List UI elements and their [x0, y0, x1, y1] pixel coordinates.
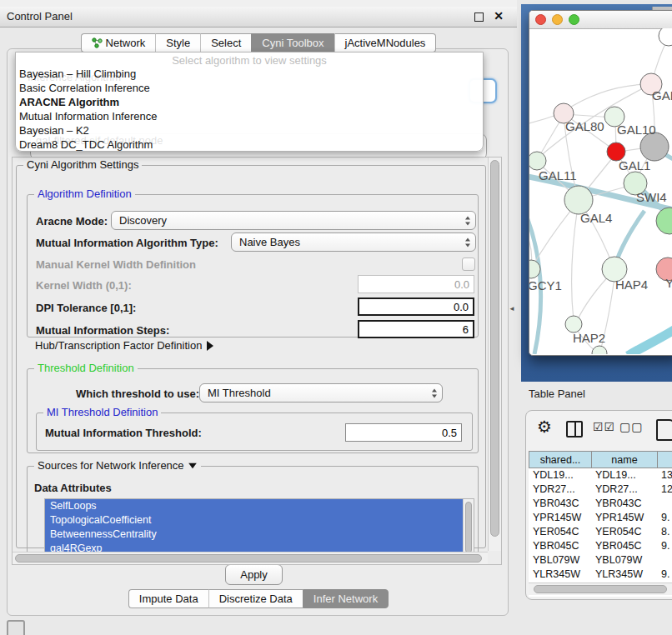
- column-header-shared[interactable]: shared...: [529, 451, 592, 468]
- node-gal11[interactable]: [529, 152, 546, 170]
- node-partial-top[interactable]: [659, 28, 672, 46]
- tab-style[interactable]: Style: [155, 33, 200, 52]
- table-cell[interactable]: YBL079W: [591, 553, 661, 568]
- dropdown-item-bayesian-hill-climbing[interactable]: Bayesian – Hill Climbing: [19, 67, 136, 81]
- aracne-mode-select[interactable]: Discovery: [111, 211, 476, 230]
- algorithm-dropdown-popup: Select algorithm to view settings Infere…: [15, 52, 484, 152]
- table-hscrollbar-thumb[interactable]: [534, 585, 667, 593]
- mi-threshold-field[interactable]: [345, 423, 462, 442]
- dropdown-item-bayesian-k2[interactable]: Bayesian – K2: [19, 123, 89, 138]
- list-item[interactable]: BetweennessCentrality: [45, 528, 474, 542]
- dpi-tolerance-field[interactable]: [358, 298, 474, 316]
- table-cell[interactable]: YPR145W: [591, 511, 661, 525]
- node-label: SWI4: [636, 190, 667, 204]
- table-cell[interactable]: 8.: [657, 525, 672, 539]
- dock-panel-icon[interactable]: [7, 620, 25, 635]
- mi-threshold-label: Mutual Information Threshold:: [45, 427, 202, 439]
- table-cell[interactable]: YER054C: [529, 525, 595, 539]
- list-scrollbar[interactable]: [463, 499, 474, 558]
- mi-steps-field[interactable]: [358, 320, 474, 338]
- table-cell[interactable]: YDR27...: [529, 482, 595, 497]
- tab-impute-data-label: Impute Data: [139, 590, 198, 608]
- close-icon[interactable]: ✕: [494, 9, 504, 22]
- float-window-icon[interactable]: [474, 12, 484, 22]
- table-cell[interactable]: [657, 553, 672, 568]
- sources-title: Sources for Network Inference: [34, 459, 201, 472]
- settings-vertical-scrollbar[interactable]: [488, 158, 501, 551]
- node-label: Y: [665, 276, 672, 290]
- minimize-traffic-icon[interactable]: [552, 14, 563, 25]
- apply-button[interactable]: Apply: [225, 564, 283, 585]
- node-bottom[interactable]: [592, 346, 607, 354]
- stepper-icon: [465, 238, 470, 247]
- which-threshold-select[interactable]: MI Threshold: [199, 383, 443, 402]
- tab-infer-network[interactable]: Infer Network: [303, 589, 389, 608]
- hub-definition-expander[interactable]: Hub/Transcription Factor Definition: [35, 339, 213, 352]
- list-scrollbar-thumb[interactable]: [465, 502, 472, 553]
- data-attributes-list[interactable]: SelfLoops TopologicalCoefficient Between…: [44, 498, 474, 558]
- close-traffic-icon[interactable]: [535, 14, 546, 25]
- network-graph-canvas[interactable]: GAL GAL80 GAL10 GAL1 GAL11 SWI4 GAL4 GCY…: [529, 28, 672, 354]
- table-cell[interactable]: YBR045C: [591, 539, 661, 553]
- table-body: YDL19... YDL19... 13 YDR27... YDR27... 1…: [529, 468, 672, 597]
- table-cell[interactable]: 9.: [657, 511, 672, 525]
- node-green-right[interactable]: [656, 208, 672, 234]
- tab-jactivemnodules[interactable]: jActiveMNodules: [334, 33, 437, 52]
- table-cell[interactable]: 9.: [657, 568, 672, 582]
- table-cell[interactable]: YBL079W: [529, 553, 595, 568]
- table-cell[interactable]: YLR345W: [529, 568, 595, 582]
- columns-icon[interactable]: [566, 421, 583, 438]
- kernel-width-field[interactable]: [358, 275, 474, 293]
- tab-cyni-toolbox[interactable]: Cyni Toolbox: [251, 33, 333, 52]
- list-item[interactable]: TopologicalCoefficient: [45, 513, 474, 528]
- list-item[interactable]: SelfLoops: [45, 499, 474, 513]
- settings-hscrollbar-thumb[interactable]: [15, 554, 482, 562]
- table-cell[interactable]: YDL19...: [529, 468, 595, 482]
- table-cell[interactable]: YBR043C: [591, 497, 661, 511]
- table-cell[interactable]: 12: [657, 482, 672, 497]
- application-window: Control Panel ✕ Network Style Select Cyn…: [0, 0, 672, 635]
- dropdown-item-basic-correlation[interactable]: Basic Correlation Inference: [19, 81, 150, 95]
- column-header-name[interactable]: name: [591, 451, 658, 468]
- table-cell[interactable]: YDR27...: [591, 482, 661, 497]
- dropdown-item-mutual-information[interactable]: Mutual Information Inference: [19, 109, 157, 123]
- zoom-traffic-icon[interactable]: [569, 14, 579, 25]
- tab-impute-data[interactable]: Impute Data: [128, 589, 208, 608]
- node-label: HAP4: [615, 278, 648, 292]
- node-gal4[interactable]: [564, 186, 593, 214]
- node-gray[interactable]: [640, 132, 669, 161]
- function-builder-icon[interactable]: [656, 419, 672, 441]
- table-cell[interactable]: [657, 497, 672, 511]
- node-hap2[interactable]: [565, 316, 582, 332]
- gear-icon[interactable]: ⚙: [537, 417, 552, 437]
- network-window-titlebar[interactable]: [529, 11, 672, 29]
- tab-network[interactable]: Network: [81, 33, 156, 52]
- table-cell[interactable]: YDL19...: [591, 468, 661, 482]
- dropdown-item-aracne[interactable]: ARACNE Algorithm: [19, 95, 119, 109]
- threshold-definition-group: Threshold Definition Which threshold to …: [27, 368, 479, 453]
- table-cell[interactable]: YBR043C: [529, 497, 595, 511]
- algorithm-definition-title: Algorithm Definition: [34, 188, 135, 200]
- table-cell[interactable]: YBR045C: [529, 539, 595, 553]
- checked-boxes-icon[interactable]: ☑☑: [593, 420, 615, 433]
- network-view-window[interactable]: GAL GAL80 GAL10 GAL1 GAL11 SWI4 GAL4 GCY…: [529, 10, 672, 356]
- mi-type-select[interactable]: Naive Bayes: [231, 232, 476, 252]
- unchecked-boxes-icon[interactable]: ▢▢: [619, 420, 643, 433]
- table-cell[interactable]: YER054C: [591, 525, 661, 539]
- table-cell[interactable]: YPR145W: [529, 511, 595, 525]
- mi-steps-label: Mutual Information Steps:: [36, 324, 169, 337]
- table-horizontal-scrollbar[interactable]: [529, 582, 672, 595]
- settings-horizontal-scrollbar[interactable]: [13, 552, 488, 564]
- collapse-down-icon[interactable]: [188, 462, 197, 468]
- manual-kernel-checkbox[interactable]: [462, 258, 475, 271]
- tab-select[interactable]: Select: [200, 33, 251, 52]
- tab-discretize-data[interactable]: Discretize Data: [208, 589, 303, 608]
- panel-collapse-handle[interactable]: ◄: [509, 305, 515, 312]
- cyni-algorithm-settings-group: Cyni Algorithm Settings Algorithm Defini…: [16, 165, 486, 548]
- table-cell[interactable]: 13: [657, 468, 672, 482]
- table-cell[interactable]: 9.: [657, 539, 672, 553]
- column-header-partial[interactable]: [657, 451, 672, 468]
- settings-vscrollbar-thumb[interactable]: [490, 160, 499, 537]
- dropdown-item-dream8[interactable]: Dream8 DC_TDC Algorithm: [19, 138, 153, 152]
- table-cell[interactable]: YLR345W: [591, 568, 661, 582]
